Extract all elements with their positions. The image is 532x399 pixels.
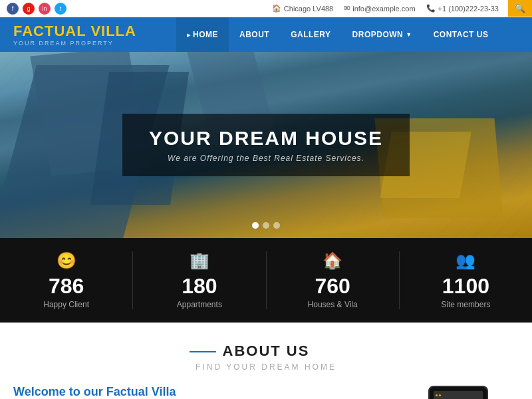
stat-label-clients: Happy Client xyxy=(0,300,132,309)
chevron-down-icon: ▼ xyxy=(406,31,412,38)
about-right-column: ★ ★ ★ xyxy=(346,385,519,399)
stats-bar: 😊 786 Happy Client 🏢 180 Appartments 🏠 7… xyxy=(0,238,532,323)
facebook-icon[interactable]: f xyxy=(7,3,19,15)
top-bar: f g in t 🏠 Chicago LV488 ✉ info@example.… xyxy=(0,0,532,17)
about-subtitle: Find Your Dream Home xyxy=(13,362,519,372)
phone-large: ★ ★ ★ ★ xyxy=(428,386,488,399)
stat-houses: 🏠 760 Houses & Vila xyxy=(267,251,400,309)
stat-members: 👥 1100 Site members xyxy=(400,251,532,309)
stat-number-apartments: 180 xyxy=(133,274,265,299)
email-icon: ✉ xyxy=(344,4,350,13)
nav-about-label: ABOUT xyxy=(239,30,269,39)
dot-3[interactable] xyxy=(273,222,280,229)
phone-icon: 📞 xyxy=(426,4,436,13)
location-text: Chicago LV488 xyxy=(284,5,333,13)
hero-section: YOUR DREAM HOUSE We are Offering the Bes… xyxy=(0,52,532,238)
search-button[interactable]: 🔍 xyxy=(508,0,532,17)
search-icon: 🔍 xyxy=(515,3,525,13)
members-icon: 👥 xyxy=(400,251,532,270)
header: FACTUAL VILLA YOUR DREAM PROPERTY HOME A… xyxy=(0,17,532,52)
nav-item-gallery[interactable]: GALLERY xyxy=(280,17,341,52)
house-icon: 🏠 xyxy=(267,251,399,270)
nav-item-dropdown[interactable]: DROPDOWN ▼ xyxy=(342,17,423,52)
hero-subtitle: We are Offering the Best Real Estate Ser… xyxy=(149,154,383,163)
nav-item-contact[interactable]: CONTACT US xyxy=(423,17,499,52)
hero-text-container: YOUR DREAM HOUSE We are Offering the Bes… xyxy=(122,114,410,176)
dot-2[interactable] xyxy=(263,222,269,229)
nav-item-about[interactable]: ABOUT xyxy=(229,17,280,52)
about-brand-name: Factual Villa xyxy=(106,385,176,398)
about-header: ABOUT US Find Your Dream Home xyxy=(13,342,519,372)
logo-sub-word: VILLA xyxy=(86,23,136,39)
apartment-icon: 🏢 xyxy=(133,251,265,270)
dot-1[interactable] xyxy=(252,222,259,229)
stat-happy-clients: 😊 786 Happy Client xyxy=(0,251,133,309)
phone-dot-3 xyxy=(436,394,438,396)
phone-dot-4 xyxy=(439,394,441,396)
logo-tagline: YOUR DREAM PROPERTY xyxy=(13,40,156,47)
stat-label-houses: Houses & Vila xyxy=(267,300,399,309)
phone-header-large xyxy=(434,391,483,399)
phone-mockup: ★ ★ ★ xyxy=(376,386,488,399)
logo-text: FACTUAL VILLA xyxy=(13,23,136,40)
social-links: f g in t xyxy=(7,3,66,15)
stat-label-apartments: Appartments xyxy=(133,300,265,309)
happy-client-icon: 😊 xyxy=(0,251,132,270)
email-text: info@example.com xyxy=(352,5,415,13)
about-welcome: Welcome to our Factual Villa xyxy=(13,385,332,399)
nav-contact-label: CONTACT US xyxy=(434,30,489,39)
nav-home-label: HOME xyxy=(193,30,218,39)
nav-gallery-label: GALLERY xyxy=(291,30,331,39)
about-title-text: ABOUT US xyxy=(223,342,310,359)
google-icon[interactable]: g xyxy=(23,3,35,15)
about-content: Welcome to our Factual Villa Fusce sempe… xyxy=(13,385,519,399)
twitter-icon[interactable]: t xyxy=(55,3,66,15)
stat-apartments: 🏢 180 Appartments xyxy=(133,251,266,309)
top-bar-info: 🏠 Chicago LV488 ✉ info@example.com 📞 +1 … xyxy=(272,4,499,13)
email-info: ✉ info@example.com xyxy=(344,4,415,13)
stat-number-clients: 786 xyxy=(0,274,132,299)
stat-number-members: 1100 xyxy=(400,274,532,299)
stat-number-houses: 760 xyxy=(267,274,399,299)
about-left-column: Welcome to our Factual Villa Fusce sempe… xyxy=(13,385,332,399)
nav-dropdown-label: DROPDOWN xyxy=(352,30,404,39)
logo: FACTUAL VILLA YOUR DREAM PROPERTY xyxy=(13,23,156,47)
location-info: 🏠 Chicago LV488 xyxy=(272,4,333,13)
nav-item-home[interactable]: HOME xyxy=(176,17,229,52)
about-title: ABOUT US xyxy=(223,342,310,360)
location-icon: 🏠 xyxy=(272,4,281,13)
stat-label-members: Site members xyxy=(400,300,532,309)
phone-screen-large: ★ ★ ★ ★ xyxy=(434,391,483,399)
phone-info: 📞 +1 (100)222-23-33 xyxy=(426,4,499,13)
logo-main: FACTUAL xyxy=(13,23,86,39)
navigation: HOME ABOUT GALLERY DROPDOWN ▼ CONTACT US xyxy=(156,17,519,52)
about-welcome-prefix: Welcome to our xyxy=(13,385,103,398)
carousel-dots xyxy=(252,222,280,229)
hero-title: YOUR DREAM HOUSE xyxy=(149,127,383,150)
about-section: ABOUT US Find Your Dream Home Welcome to… xyxy=(0,323,532,399)
phone-text: +1 (100)222-23-33 xyxy=(438,5,499,13)
instagram-icon[interactable]: in xyxy=(39,3,51,15)
